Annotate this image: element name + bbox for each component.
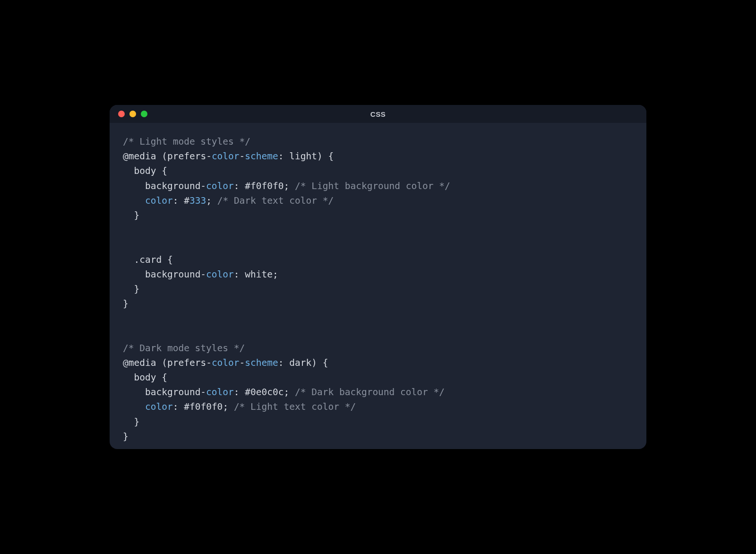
code-token (212, 195, 217, 206)
code-token (240, 269, 245, 280)
minimize-icon[interactable] (129, 111, 136, 117)
code-indent (123, 372, 134, 383)
code-token: : (278, 357, 284, 368)
code-token: ) (317, 151, 323, 162)
code-token: background- (145, 181, 206, 191)
code-token: color (145, 401, 173, 412)
code-indent (123, 269, 145, 280)
code-token: # (184, 195, 189, 206)
code-comment: /* Light mode styles */ (123, 136, 250, 147)
code-area[interactable]: /* Light mode styles */ @media (prefers-… (110, 123, 646, 449)
code-token: } (134, 416, 139, 427)
code-token: - (240, 357, 245, 368)
code-token (289, 181, 295, 191)
code-token: white (245, 269, 273, 280)
code-token: light (289, 151, 317, 162)
code-token: media (129, 151, 156, 162)
code-token: { (323, 357, 328, 368)
code-token: : (234, 269, 240, 280)
code-token: # (245, 181, 250, 191)
code-token: ) (311, 357, 317, 368)
code-token: background- (145, 387, 206, 398)
code-token: ; (223, 401, 228, 412)
code-token (240, 181, 245, 191)
code-token: ( (162, 357, 167, 368)
code-token: # (184, 401, 189, 412)
code-token: ; (206, 195, 212, 206)
code-token (178, 195, 184, 206)
code-token: prefers- (167, 151, 212, 162)
code-token: f0f0f0 (250, 181, 284, 191)
code-indent (123, 416, 134, 427)
code-token: } (123, 298, 129, 309)
code-token: prefers- (167, 357, 212, 368)
code-token: - (240, 151, 245, 162)
code-token (284, 357, 290, 368)
code-token: @ (123, 357, 129, 368)
code-token: { (162, 165, 167, 176)
code-token (178, 401, 184, 412)
code-token: : (234, 387, 240, 398)
code-token: body (134, 165, 156, 176)
code-token (162, 254, 167, 265)
code-token: : (278, 151, 284, 162)
code-token: .card (134, 254, 162, 265)
code-window: CSS /* Light mode styles */ @media (pref… (110, 105, 646, 449)
code-token: ( (162, 151, 167, 162)
code-token: color (206, 181, 234, 191)
code-token: : (234, 181, 240, 191)
code-token (284, 151, 290, 162)
code-token (228, 401, 234, 412)
code-indent (123, 401, 145, 412)
code-token: } (134, 284, 139, 294)
code-comment: /* Light text color */ (234, 401, 356, 412)
window-title: CSS (370, 110, 386, 118)
code-comment: /* Light background color */ (295, 181, 450, 191)
code-indent (123, 387, 145, 398)
code-token: ; (284, 387, 290, 398)
close-icon[interactable] (118, 111, 125, 117)
code-indent (123, 210, 134, 221)
code-comment: /* Dark text color */ (217, 195, 334, 206)
code-indent (123, 181, 145, 191)
code-token: ; (284, 181, 290, 191)
code-token: color (212, 151, 240, 162)
code-token: color (145, 195, 173, 206)
maximize-icon[interactable] (141, 111, 147, 117)
code-indent (123, 254, 134, 265)
code-indent (123, 195, 145, 206)
code-token: scheme (245, 357, 278, 368)
code-token: } (123, 431, 129, 442)
code-token: scheme (245, 151, 278, 162)
code-token: background- (145, 269, 206, 280)
code-content: /* Light mode styles */ @media (prefers-… (123, 134, 633, 444)
traffic-lights (110, 111, 147, 117)
code-indent (123, 165, 134, 176)
code-token: { (162, 372, 167, 383)
code-token: dark (289, 357, 311, 368)
code-token: color (206, 387, 234, 398)
code-token (317, 357, 323, 368)
code-token (156, 165, 162, 176)
code-token: 333 (189, 195, 206, 206)
code-token: f0f0f0 (189, 401, 223, 412)
code-token: ; (273, 269, 278, 280)
code-token: { (328, 151, 334, 162)
code-token: @ (123, 151, 129, 162)
code-token: body (134, 372, 156, 383)
code-token: } (134, 210, 139, 221)
code-token: # (245, 387, 250, 398)
code-token: media (129, 357, 156, 368)
code-indent (123, 284, 134, 294)
code-token: : (173, 401, 179, 412)
code-comment: /* Dark mode styles */ (123, 343, 245, 354)
code-token (240, 387, 245, 398)
code-token: color (212, 357, 240, 368)
code-token: 0e0c0c (250, 387, 284, 398)
code-token: : (173, 195, 179, 206)
code-token (156, 372, 162, 383)
code-token: color (206, 269, 234, 280)
code-token (323, 151, 328, 162)
titlebar: CSS (110, 105, 646, 123)
code-comment: /* Dark background color */ (295, 387, 445, 398)
